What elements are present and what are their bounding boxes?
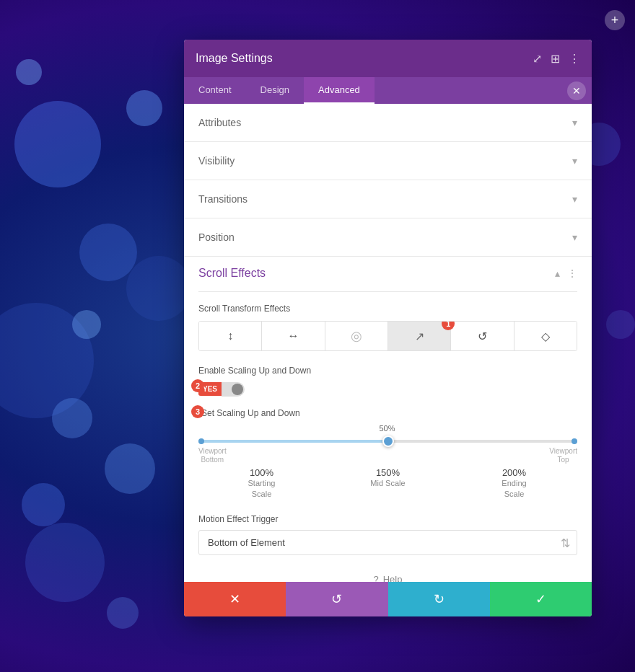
- scroll-effects-section: Scroll Effects ▴ ⋮ Scroll Transform Effe…: [184, 257, 592, 582]
- chevron-down-icon: ▾: [572, 231, 577, 243]
- accordion-visibility-header[interactable]: Visibility ▾: [184, 142, 592, 180]
- help-label[interactable]: Help: [383, 574, 403, 582]
- plus-button[interactable]: +: [605, 10, 625, 30]
- toggle-switch[interactable]: [222, 382, 245, 397]
- tab-content[interactable]: Content: [184, 77, 246, 104]
- modal-title: Image Settings: [196, 52, 273, 65]
- trigger-select[interactable]: Bottom of Element Top of Element Center …: [198, 530, 577, 555]
- chevron-down-icon: ▾: [572, 193, 577, 205]
- starting-scale-desc: StartingScale: [198, 478, 325, 500]
- svg-point-6: [72, 310, 101, 339]
- accordion-attributes: Attributes ▾: [184, 104, 592, 142]
- tab-design[interactable]: Design: [246, 77, 304, 104]
- ending-scale-desc: EndingScale: [451, 478, 577, 500]
- section-more-icon[interactable]: ⋮: [567, 268, 577, 279]
- svg-point-8: [107, 597, 139, 629]
- more-icon[interactable]: ⋮: [569, 52, 580, 66]
- close-button[interactable]: ✕: [567, 81, 586, 100]
- cancel-button[interactable]: ✕: [184, 582, 286, 616]
- columns-icon[interactable]: ⊞: [551, 52, 560, 66]
- enable-scaling-label: Enable Scaling Up and Down: [198, 366, 577, 376]
- starting-scale-item: 100% StartingScale: [198, 467, 325, 500]
- svg-point-9: [16, 59, 42, 85]
- rotate-icon: ↺: [478, 330, 487, 343]
- svg-point-13: [606, 310, 635, 339]
- accordion-transitions-header[interactable]: Transitions ▾: [184, 180, 592, 218]
- modal-footer: ✕ ↺ ↻ ✓: [184, 582, 592, 616]
- cancel-icon: ✕: [229, 591, 240, 607]
- toggle-container: YES: [198, 382, 245, 397]
- svg-point-10: [126, 256, 191, 321]
- trigger-label: Motion Effect Trigger: [198, 514, 577, 524]
- help-icon: ?: [374, 574, 379, 582]
- viewport-bottom-label: ViewportBottom: [198, 447, 227, 464]
- scaling-section: 3 Set Scaling Up and Down 50%: [198, 408, 577, 500]
- visibility-label: Visibility: [198, 155, 235, 167]
- transitions-label: Transitions: [198, 193, 248, 205]
- help-row: ? Help: [198, 562, 577, 582]
- move-vertical-icon: ↕: [227, 330, 233, 342]
- redo-icon: ↻: [434, 591, 444, 607]
- slider-track: [198, 440, 577, 443]
- viewport-top-label: ViewportTop: [549, 447, 577, 464]
- transform-rotate[interactable]: ↺: [451, 322, 514, 350]
- svg-point-7: [22, 483, 65, 526]
- blur-icon: ◇: [541, 330, 550, 343]
- transform-move-horizontal[interactable]: ↔: [262, 322, 325, 350]
- transform-label: Scroll Transform Effects: [198, 304, 577, 314]
- accordion-attributes-header[interactable]: Attributes ▾: [184, 104, 592, 141]
- accordion-transitions: Transitions ▾: [184, 180, 592, 218]
- redo-button[interactable]: ↻: [388, 582, 490, 616]
- chevron-up-icon[interactable]: ▴: [555, 268, 560, 279]
- tab-advanced[interactable]: Advanced: [304, 77, 375, 104]
- save-icon: ✓: [535, 591, 546, 607]
- mid-scale-item: 150% Mid Scale: [325, 467, 451, 500]
- mid-scale-percent: 150%: [325, 467, 451, 478]
- transform-scale[interactable]: ↗ 1: [388, 322, 451, 350]
- transform-move-vertical[interactable]: ↕: [199, 322, 262, 350]
- transform-icons-row: ↕ ↔ ◎ ↗ 1 ↺: [198, 321, 577, 351]
- scaling-label: Set Scaling Up and Down: [201, 408, 300, 418]
- undo-icon: ↺: [331, 591, 342, 607]
- ending-scale-item: 200% EndingScale: [451, 467, 577, 500]
- save-button[interactable]: ✓: [490, 582, 592, 616]
- move-horizontal-icon: ↔: [287, 330, 299, 342]
- toggle-badge: 2: [191, 379, 204, 392]
- tabs-close-area: ✕: [567, 77, 586, 104]
- svg-point-4: [25, 523, 105, 602]
- scale-icon: ↗: [415, 330, 424, 343]
- trigger-select-wrap: Bottom of Element Top of Element Center …: [198, 530, 577, 555]
- section-title-icons: ▴ ⋮: [555, 268, 577, 279]
- enable-scaling-row: Enable Scaling Up and Down 2 YES: [198, 366, 577, 397]
- transform-blur[interactable]: ◇: [514, 322, 577, 350]
- slider-area: 50% ViewportBo: [198, 424, 577, 460]
- attributes-label: Attributes: [198, 117, 241, 128]
- modal-body: Attributes ▾ Visibility ▾ Transitions ▾ …: [184, 104, 592, 582]
- mid-scale-desc: Mid Scale: [325, 478, 451, 489]
- svg-point-1: [79, 224, 137, 281]
- chevron-down-icon: ▾: [572, 155, 577, 167]
- undo-button[interactable]: ↺: [286, 582, 387, 616]
- resize-icon[interactable]: ⤢: [533, 52, 542, 66]
- scale-values-row: 100% StartingScale 150% Mid Scale 200% E…: [198, 467, 577, 500]
- slider-left-endpoint: [198, 438, 204, 444]
- svg-point-0: [14, 101, 101, 187]
- starting-scale-percent: 100%: [198, 467, 325, 478]
- fade-icon: ◎: [351, 328, 362, 344]
- header-icons: ⤢ ⊞ ⋮: [533, 52, 580, 66]
- slider-fill: [198, 440, 388, 443]
- transform-fade[interactable]: ◎: [325, 322, 388, 350]
- chevron-down-icon: ▾: [572, 117, 577, 128]
- svg-point-3: [105, 443, 155, 494]
- slider-container: 50% ViewportBo: [198, 424, 577, 460]
- position-label: Position: [198, 231, 235, 243]
- scroll-effects-title: Scroll Effects: [198, 267, 266, 280]
- svg-point-11: [52, 398, 92, 438]
- section-title-row: Scroll Effects ▴ ⋮: [198, 257, 577, 292]
- toggle-thumb: [232, 384, 243, 395]
- scaling-badge: 3: [191, 405, 204, 418]
- tabs-bar: Content Design Advanced ✕: [184, 77, 592, 104]
- accordion-position-header[interactable]: Position ▾: [184, 218, 592, 256]
- slider-thumb[interactable]: [382, 436, 394, 447]
- scaling-label-row: 3 Set Scaling Up and Down: [198, 408, 577, 418]
